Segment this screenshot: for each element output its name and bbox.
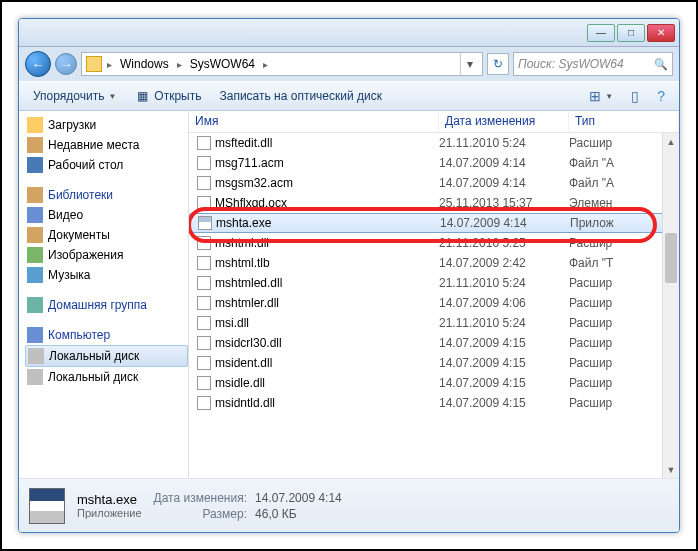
chevron-down-icon: ▼ <box>108 92 116 101</box>
search-placeholder: Поиск: SysWOW64 <box>518 57 650 71</box>
scroll-down-icon[interactable]: ▼ <box>663 461 679 478</box>
file-name: MShflxgd.ocx <box>215 196 287 210</box>
downloads-icon <box>27 117 43 133</box>
details-size-value: 46,0 КБ <box>255 507 342 521</box>
preview-pane-button[interactable]: ▯ <box>623 85 647 107</box>
file-row[interactable]: mshtmler.dll14.07.2009 4:06Расшир <box>189 293 679 313</box>
breadcrumb-item[interactable]: Windows <box>117 57 172 71</box>
file-icon <box>197 376 211 390</box>
disk-icon <box>27 369 43 385</box>
scroll-up-icon[interactable]: ▲ <box>663 133 679 150</box>
nav-images[interactable]: Изображения <box>25 245 188 265</box>
details-date-label: Дата изменения: <box>154 491 248 505</box>
file-row[interactable]: msg711.acm14.07.2009 4:14Файл "A <box>189 153 679 173</box>
file-row[interactable]: msidntld.dll14.07.2009 4:15Расшир <box>189 393 679 413</box>
chevron-right-icon[interactable]: ▸ <box>174 59 185 70</box>
file-name: msftedit.dll <box>215 136 272 150</box>
back-button[interactable]: ← <box>25 51 51 77</box>
col-name[interactable]: Имя <box>189 111 439 132</box>
file-name: mshtmler.dll <box>215 296 279 310</box>
file-icon <box>197 136 211 150</box>
file-date: 14.07.2009 4:15 <box>439 336 569 350</box>
search-input[interactable]: Поиск: SysWOW64 🔍 <box>513 52 673 76</box>
video-icon <box>27 207 43 223</box>
nav-music[interactable]: Музыка <box>25 265 188 285</box>
help-button[interactable]: ? <box>649 85 673 107</box>
forward-button[interactable]: → <box>55 53 77 75</box>
nav-localdisk[interactable]: Локальный диск <box>25 345 188 367</box>
file-icon <box>197 336 211 350</box>
desktop-icon <box>27 157 43 173</box>
details-size-label: Размер: <box>154 507 248 521</box>
navigation-pane: Загрузки Недавние места Рабочий стол Биб… <box>19 111 189 478</box>
scrollbar[interactable]: ▲ ▼ <box>662 133 679 478</box>
scroll-thumb[interactable] <box>665 233 677 283</box>
nav-video[interactable]: Видео <box>25 205 188 225</box>
col-date[interactable]: Дата изменения <box>439 111 569 132</box>
file-row[interactable]: mshtml.dll21.11.2010 5:25Расшир <box>189 233 679 253</box>
file-icon <box>197 196 211 210</box>
file-icon <box>197 156 211 170</box>
file-date: 21.11.2010 5:24 <box>439 316 569 330</box>
file-row[interactable]: msftedit.dll21.11.2010 5:24Расшир <box>189 133 679 153</box>
refresh-button[interactable]: ↻ <box>487 53 509 75</box>
file-name: mshtml.tlb <box>215 256 270 270</box>
music-icon <box>27 267 43 283</box>
file-name: msident.dll <box>215 356 272 370</box>
explorer-window: — □ ✕ ← → ▸ Windows ▸ SysWOW64 ▸ ▾ ↻ Пои… <box>18 18 680 533</box>
file-row[interactable]: msidle.dll14.07.2009 4:15Расшир <box>189 373 679 393</box>
nav-recent[interactable]: Недавние места <box>25 135 188 155</box>
nav-computer[interactable]: Компьютер <box>25 325 188 345</box>
nav-desktop[interactable]: Рабочий стол <box>25 155 188 175</box>
file-name: mshtml.dll <box>215 236 269 250</box>
file-row[interactable]: MShflxgd.ocx25.11.2013 15:37Элемен <box>189 193 679 213</box>
file-icon <box>197 176 211 190</box>
file-name: msidntld.dll <box>215 396 275 410</box>
open-icon: ▦ <box>134 88 150 104</box>
minimize-button[interactable]: — <box>587 24 615 42</box>
organize-button[interactable]: Упорядочить▼ <box>25 86 124 106</box>
homegroup-icon <box>27 297 43 313</box>
file-row[interactable]: mshtmled.dll21.11.2010 5:24Расшир <box>189 273 679 293</box>
breadcrumb[interactable]: ▸ Windows ▸ SysWOW64 ▸ ▾ <box>81 52 483 76</box>
file-row[interactable]: mshtml.tlb14.07.2009 2:42Файл "T <box>189 253 679 273</box>
burn-button[interactable]: Записать на оптический диск <box>211 86 390 106</box>
breadcrumb-item[interactable]: SysWOW64 <box>187 57 258 71</box>
file-date: 14.07.2009 2:42 <box>439 256 569 270</box>
file-icon <box>198 216 212 230</box>
details-date-value: 14.07.2009 4:14 <box>255 491 342 505</box>
nav-libraries[interactable]: Библиотеки <box>25 185 188 205</box>
file-icon <box>197 256 211 270</box>
file-date: 21.11.2010 5:24 <box>439 136 569 150</box>
images-icon <box>27 247 43 263</box>
nav-downloads[interactable]: Загрузки <box>25 115 188 135</box>
open-button[interactable]: ▦Открыть <box>126 85 209 107</box>
file-date: 14.07.2009 4:15 <box>439 396 569 410</box>
maximize-button[interactable]: □ <box>617 24 645 42</box>
file-list[interactable]: msftedit.dll21.11.2010 5:24Расширmsg711.… <box>189 133 679 478</box>
nav-documents[interactable]: Документы <box>25 225 188 245</box>
file-icon <box>197 316 211 330</box>
file-row[interactable]: msidcrl30.dll14.07.2009 4:15Расшир <box>189 333 679 353</box>
file-row[interactable]: msgsm32.acm14.07.2009 4:14Файл "A <box>189 173 679 193</box>
breadcrumb-dropdown[interactable]: ▾ <box>460 53 478 75</box>
folder-icon <box>86 56 102 72</box>
disk-icon <box>28 348 44 364</box>
file-date: 21.11.2010 5:25 <box>439 236 569 250</box>
computer-icon <box>27 327 43 343</box>
file-date: 14.07.2009 4:15 <box>439 376 569 390</box>
nav-localdisk-2[interactable]: Локальный диск <box>25 367 188 387</box>
file-row[interactable]: mshta.exe14.07.2009 4:14Прилож <box>189 213 679 233</box>
chevron-right-icon[interactable]: ▸ <box>104 59 115 70</box>
file-icon <box>197 276 211 290</box>
file-date: 14.07.2009 4:06 <box>439 296 569 310</box>
file-date: 14.07.2009 4:14 <box>439 176 569 190</box>
pane-icon: ▯ <box>631 88 639 104</box>
chevron-right-icon[interactable]: ▸ <box>260 59 271 70</box>
col-type[interactable]: Тип <box>569 111 679 132</box>
view-button[interactable]: ⊞▼ <box>581 85 621 107</box>
nav-homegroup[interactable]: Домашняя группа <box>25 295 188 315</box>
file-row[interactable]: msi.dll21.11.2010 5:24Расшир <box>189 313 679 333</box>
close-button[interactable]: ✕ <box>647 24 675 42</box>
file-row[interactable]: msident.dll14.07.2009 4:15Расшир <box>189 353 679 373</box>
